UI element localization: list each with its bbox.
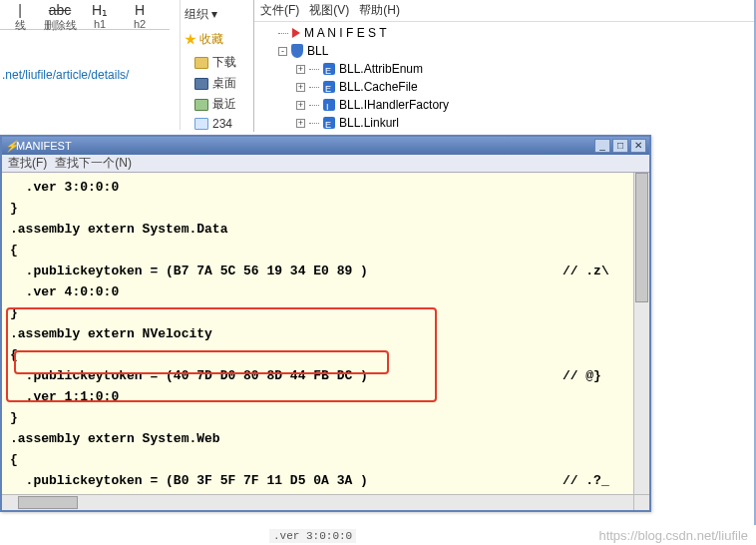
close-button[interactable]: ✕ (630, 139, 646, 153)
class-icon (323, 81, 335, 93)
manifest-icon (292, 28, 300, 38)
tree-node[interactable]: + BLL.IHandlerFactory (260, 96, 756, 114)
tree-node-bll[interactable]: - BLL (260, 42, 756, 60)
find-bar: 查找(F) 查找下一个(N) (2, 155, 649, 173)
article-url-fragment[interactable]: .net/liufile/article/details/ (0, 68, 129, 82)
status-version: .ver 3:0:0:0 (269, 529, 356, 543)
code-viewport[interactable]: .ver 3:0:0:0 } .assembly extern System.D… (2, 173, 649, 494)
bolt-icon: ⚡ (5, 140, 13, 153)
format-toolbar: | 线 abc 删除线 H₁ h1 H h2 (0, 0, 170, 30)
favorites-item-downloads[interactable]: 下载 (181, 52, 249, 73)
find-menu[interactable]: 查找(F) (8, 155, 47, 172)
window-title: MANIFEST (16, 140, 72, 152)
manifest-window: ⚡ MANIFEST _ □ ✕ 查找(F) 查找下一个(N) .ver 3:0… (0, 135, 651, 512)
menubar: 文件(F) 视图(V) 帮助(H) (254, 0, 756, 22)
scroll-thumb[interactable] (18, 496, 78, 509)
horizontal-scrollbar[interactable] (2, 494, 633, 510)
favorites-header[interactable]: 收藏 (181, 25, 249, 52)
expand-icon[interactable]: + (296, 65, 305, 74)
assembly-tree: M A N I F E S T - BLL + BLL.AttribEnum +… (254, 22, 756, 152)
minimize-button[interactable]: _ (594, 139, 610, 153)
toolbar-cell[interactable]: | 线 (0, 0, 40, 33)
ildasm-tree-panel: 文件(F) 视图(V) 帮助(H) M A N I F E S T - BLL … (253, 0, 756, 132)
tree-node-manifest[interactable]: M A N I F E S T (260, 24, 756, 42)
folder-icon (194, 57, 208, 69)
expand-icon[interactable]: + (296, 119, 305, 128)
menu-file[interactable]: 文件(F) (260, 2, 299, 19)
menu-view[interactable]: 视图(V) (309, 2, 349, 19)
organize-dropdown[interactable]: 组织 ▾ (181, 4, 249, 25)
menu-help[interactable]: 帮助(H) (359, 2, 400, 19)
watermark: https://blog.csdn.net/liufile (598, 528, 748, 543)
expand-icon[interactable]: + (296, 83, 305, 92)
expand-icon[interactable]: + (296, 101, 305, 110)
find-next-menu[interactable]: 查找下一个(N) (55, 155, 132, 172)
titlebar[interactable]: ⚡ MANIFEST _ □ ✕ (2, 137, 649, 155)
folder-icon (194, 118, 208, 130)
il-code: .ver 3:0:0:0 } .assembly extern System.D… (2, 173, 649, 494)
class-icon (323, 117, 335, 129)
scroll-thumb[interactable] (635, 173, 648, 302)
toolbar-cell-strikethrough[interactable]: abc 删除线 (40, 0, 80, 33)
collapse-icon[interactable]: - (278, 47, 287, 56)
toolbar-cell-h1[interactable]: H₁ h1 (80, 0, 120, 30)
scroll-corner (633, 494, 649, 510)
favorites-item-234[interactable]: 234 (181, 115, 249, 133)
tree-node[interactable]: + BLL.AttribEnum (260, 60, 756, 78)
maximize-button[interactable]: □ (612, 139, 628, 153)
desktop-icon (194, 78, 208, 90)
tree-node[interactable]: + BLL.Linkurl (260, 114, 756, 132)
recent-icon (194, 99, 208, 111)
star-icon (185, 34, 196, 46)
organize-panel: 组织 ▾ 收藏 下载 桌面 最近 234 (180, 0, 249, 130)
toolbar-cell-h2[interactable]: H h2 (120, 0, 160, 30)
favorites-item-desktop[interactable]: 桌面 (181, 73, 249, 94)
namespace-icon (291, 44, 303, 58)
interface-icon (323, 99, 335, 111)
tree-node[interactable]: + BLL.CacheFile (260, 78, 756, 96)
favorites-item-recent[interactable]: 最近 (181, 94, 249, 115)
enum-icon (323, 63, 335, 75)
favorites-label: 收藏 (199, 31, 223, 48)
vertical-scrollbar[interactable] (633, 173, 649, 494)
